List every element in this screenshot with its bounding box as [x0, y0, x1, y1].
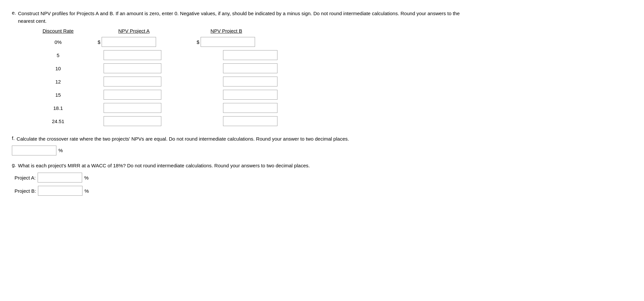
npv-b-24-51-group — [197, 116, 256, 126]
mirr-project-b-input[interactable] — [38, 186, 82, 196]
section-f-label: f. Calculate the crossover rate where th… — [12, 135, 463, 143]
npv-b-10-input[interactable] — [223, 63, 277, 73]
table-row: 5 — [32, 50, 463, 60]
crossover-pct-label: % — [58, 148, 63, 153]
npv-a-0-group: $ — [98, 37, 170, 47]
discount-15: 15 — [32, 92, 84, 98]
table-row: 15 — [32, 90, 463, 100]
npv-b-12-input[interactable] — [223, 77, 277, 86]
npv-b-0-group: $ — [197, 37, 256, 47]
crossover-rate-input[interactable] — [12, 146, 56, 155]
npv-b-12-group — [197, 77, 256, 86]
section-g-letter: g. — [12, 162, 16, 168]
section-g: g. What is each project's MIRR at a WACC… — [12, 162, 463, 196]
table-row: 24.51 — [32, 116, 463, 126]
crossover-input-row: % — [12, 146, 463, 155]
npv-a-24-51-input[interactable] — [104, 116, 161, 126]
discount-10: 10 — [32, 66, 84, 71]
discount-12: 12 — [32, 79, 84, 84]
discount-24-51: 24.51 — [32, 118, 84, 124]
section-g-text: What is each project's MIRR at a WACC of… — [18, 162, 310, 170]
npv-b-24-51-input[interactable] — [223, 116, 277, 126]
dollar-sign-b-0: $ — [197, 39, 199, 45]
table-row: 18.1 — [32, 103, 463, 113]
page-container: e. Construct NPV profiles for Projects A… — [7, 7, 468, 206]
npv-b-15-input[interactable] — [223, 90, 277, 100]
npv-a-18-1-input[interactable] — [104, 103, 161, 113]
section-f-letter: f. — [12, 135, 15, 141]
npv-project-b-header: NPV Project B — [197, 28, 256, 34]
npv-project-a-header: NPV Project A — [98, 28, 170, 34]
npv-a-15-group — [98, 90, 170, 100]
npv-a-10-input[interactable] — [104, 63, 161, 73]
npv-a-0-input[interactable] — [102, 37, 156, 47]
table-row: 10 — [32, 63, 463, 73]
npv-b-5-group — [197, 50, 256, 60]
npv-a-5-input[interactable] — [104, 50, 161, 60]
mirr-project-b-label: Project B: — [15, 188, 36, 194]
npv-a-12-group — [98, 77, 170, 86]
mirr-project-a-row: Project A: % — [15, 173, 463, 183]
section-e-text: Construct NPV profiles for Projects A an… — [18, 10, 463, 25]
npv-a-18-1-group — [98, 103, 170, 113]
npv-a-12-input[interactable] — [104, 77, 161, 86]
npv-header-row: Discount Rate NPV Project A NPV Project … — [32, 28, 463, 34]
discount-5: 5 — [32, 52, 84, 58]
table-row: 12 — [32, 77, 463, 86]
npv-b-18-1-group — [197, 103, 256, 113]
npv-b-15-group — [197, 90, 256, 100]
section-e-label: e. Construct NPV profiles for Projects A… — [12, 10, 463, 25]
dollar-sign-a-0: $ — [98, 39, 100, 45]
section-g-label: g. What is each project's MIRR at a WACC… — [12, 162, 463, 170]
mirr-b-pct-label: % — [84, 188, 89, 194]
npv-a-5-group — [98, 50, 170, 60]
npv-a-15-input[interactable] — [104, 90, 161, 100]
table-row: 0% $ $ — [32, 37, 463, 47]
mirr-a-pct-label: % — [84, 175, 88, 181]
section-f: f. Calculate the crossover rate where th… — [12, 135, 463, 155]
npv-b-18-1-input[interactable] — [223, 103, 277, 113]
npv-table: Discount Rate NPV Project A NPV Project … — [32, 28, 463, 126]
section-e-letter: e. — [12, 10, 16, 16]
npv-b-0-input[interactable] — [201, 37, 255, 47]
npv-b-5-input[interactable] — [223, 50, 277, 60]
section-f-text: Calculate the crossover rate where the t… — [16, 135, 349, 143]
mirr-project-b-row: Project B: % — [15, 186, 463, 196]
discount-rate-header: Discount Rate — [32, 28, 84, 34]
discount-18-1: 18.1 — [32, 105, 84, 111]
section-e: e. Construct NPV profiles for Projects A… — [12, 10, 463, 126]
npv-a-10-group — [98, 63, 170, 73]
npv-b-10-group — [197, 63, 256, 73]
mirr-project-a-input[interactable] — [38, 173, 82, 183]
discount-0: 0% — [32, 39, 84, 45]
npv-a-24-51-group — [98, 116, 170, 126]
mirr-project-a-label: Project A: — [15, 175, 36, 181]
